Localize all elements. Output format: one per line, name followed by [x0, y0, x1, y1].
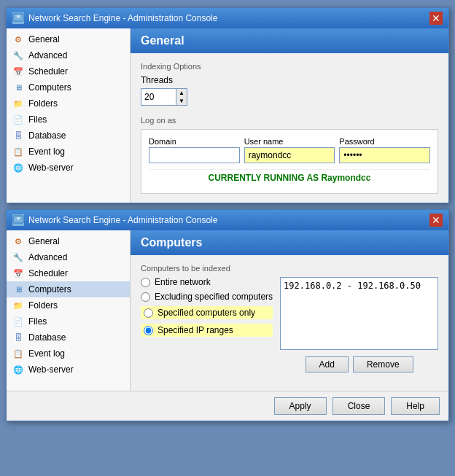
sidebar-item-files[interactable]: 📄 Files: [7, 112, 130, 128]
sidebar-item-general[interactable]: ⚙ General: [7, 31, 130, 47]
threads-input[interactable]: [141, 88, 176, 106]
window-title: Network Search Engine - Administration C…: [28, 13, 217, 23]
password-field: Password: [339, 137, 430, 163]
spinner-down[interactable]: ▼: [176, 97, 187, 105]
scheduler-icon: 📅: [12, 66, 24, 77]
radio-options: Entire network Excluding specified compu…: [141, 277, 273, 372]
eventlog-icon: 📋: [12, 146, 24, 157]
scheduler2-icon: 📅: [12, 268, 24, 279]
svg-rect-1: [15, 22, 21, 23]
radio-specified-only[interactable]: Specified computers only: [141, 306, 273, 319]
titlebar-title-computers: Network Search Engine - Administration C…: [12, 214, 217, 226]
password-label: Password: [339, 137, 430, 146]
window-general: Network Search Engine - Administration C…: [6, 7, 449, 203]
app-icon-2: [12, 214, 24, 226]
files-icon: 📄: [12, 114, 24, 125]
sidebar2-item-folders[interactable]: 📁 Folders: [7, 297, 130, 313]
content-general: General Indexing Options Threads ▲ ▼ Log…: [131, 28, 448, 203]
sidebar2-item-eventlog[interactable]: 📋 Event log: [7, 346, 130, 362]
content-body-computers: Computers to be indexed Entire network E…: [131, 255, 448, 381]
webserver2-icon: 🌐: [12, 364, 24, 375]
logon-label: Log on as: [141, 116, 438, 125]
computers-subtitle: Computers to be indexed: [141, 264, 438, 273]
sidebar-computers: ⚙ General 🔧 Advanced 📅 Scheduler 🖥 Compu…: [7, 230, 131, 391]
password-input[interactable]: [339, 147, 430, 163]
sidebar-item-eventlog[interactable]: 📋 Event log: [7, 144, 130, 160]
computers-icon: 🖥: [12, 82, 24, 93]
computers-layout: Entire network Excluding specified compu…: [141, 277, 438, 372]
general-icon: ⚙: [12, 34, 24, 45]
svg-rect-2: [17, 15, 20, 17]
help-button[interactable]: Help: [391, 397, 440, 415]
folders-icon: 📁: [12, 98, 24, 109]
window-title-2: Network Search Engine - Administration C…: [28, 215, 217, 225]
logon-section: Domain User name Password CURRENTLY RUNN…: [141, 129, 438, 194]
radio-excluding-label: Excluding specified computers: [155, 292, 273, 302]
general2-icon: ⚙: [12, 235, 24, 247]
window2-button-bar: Apply Close Help: [7, 391, 448, 421]
advanced2-icon: 🔧: [12, 251, 24, 263]
database-icon: 🗄: [12, 130, 24, 141]
radio-specified-ranges[interactable]: Specified IP ranges: [141, 324, 273, 337]
radio-specified-only-label: Specified computers only: [158, 308, 255, 318]
close-button-w1[interactable]: ✕: [429, 12, 443, 25]
window-computers: Network Search Engine - Administration C…: [6, 209, 449, 421]
page-title-general: General: [131, 28, 448, 53]
threads-spinner[interactable]: ▲ ▼: [141, 88, 438, 106]
sidebar-item-webserver[interactable]: 🌐 Web-server: [7, 160, 130, 176]
window-body-computers: ⚙ General 🔧 Advanced 📅 Scheduler 🖥 Compu…: [7, 230, 448, 391]
domain-label: Domain: [149, 137, 240, 146]
ip-list[interactable]: 192.168.0.2 - 192.168.0.50: [280, 277, 438, 350]
sidebar2-item-scheduler[interactable]: 📅 Scheduler: [7, 265, 130, 281]
page-title-computers: Computers: [131, 230, 448, 255]
sidebar2-item-files[interactable]: 📄 Files: [7, 313, 130, 329]
content-body-general: Indexing Options Threads ▲ ▼ Log on as: [131, 53, 448, 203]
radio-entire-network[interactable]: Entire network: [141, 277, 273, 287]
folders2-icon: 📁: [12, 300, 24, 311]
spinner-buttons: ▲ ▼: [176, 88, 187, 106]
add-button[interactable]: Add: [306, 356, 349, 372]
sidebar2-item-advanced[interactable]: 🔧 Advanced: [7, 249, 130, 265]
database2-icon: 🗄: [12, 332, 24, 343]
sidebar2-item-database[interactable]: 🗄 Database: [7, 329, 130, 346]
titlebar-computers: Network Search Engine - Administration C…: [7, 210, 448, 230]
username-input[interactable]: [244, 147, 335, 163]
username-label: User name: [244, 137, 335, 146]
radio-specified-ranges-label: Specified IP ranges: [158, 325, 233, 335]
files2-icon: 📄: [12, 316, 24, 327]
running-as-text: CURRENTLY RUNNING AS Raymondcc: [149, 169, 430, 186]
sidebar-item-computers[interactable]: 🖥 Computers: [7, 79, 130, 95]
remove-button[interactable]: Remove: [353, 356, 413, 372]
sidebar2-item-computers[interactable]: 🖥 Computers: [7, 281, 130, 297]
titlebar-general: Network Search Engine - Administration C…: [7, 8, 448, 28]
logon-grid: Domain User name Password: [149, 137, 430, 163]
ip-list-section: 192.168.0.2 - 192.168.0.50 Add Remove: [280, 277, 438, 372]
domain-input[interactable]: [149, 147, 240, 163]
close-button-footer[interactable]: Close: [332, 397, 386, 415]
apply-button[interactable]: Apply: [274, 397, 327, 415]
indexing-options-label: Indexing Options: [141, 62, 438, 71]
svg-rect-5: [17, 217, 20, 219]
eventlog2-icon: 📋: [12, 348, 24, 359]
advanced-icon: 🔧: [12, 50, 24, 61]
window-body-general: ⚙ General 🔧 Advanced 📅 Scheduler 🖥 Compu…: [7, 28, 448, 203]
computers2-icon: 🖥: [12, 284, 24, 295]
sidebar-general: ⚙ General 🔧 Advanced 📅 Scheduler 🖥 Compu…: [7, 28, 131, 203]
sidebar2-item-general[interactable]: ⚙ General: [7, 233, 130, 249]
sidebar-item-folders[interactable]: 📁 Folders: [7, 95, 130, 112]
threads-label: Threads: [141, 75, 438, 85]
sidebar-item-database[interactable]: 🗄 Database: [7, 128, 130, 144]
titlebar-title-general: Network Search Engine - Administration C…: [12, 12, 217, 24]
spinner-up[interactable]: ▲: [176, 89, 187, 97]
sidebar-item-scheduler[interactable]: 📅 Scheduler: [7, 63, 130, 79]
sidebar2-item-webserver[interactable]: 🌐 Web-server: [7, 362, 130, 378]
radio-entire-label: Entire network: [155, 277, 211, 287]
close-button-w2[interactable]: ✕: [429, 214, 443, 227]
radio-excluding[interactable]: Excluding specified computers: [141, 292, 273, 302]
list-action-buttons: Add Remove: [280, 356, 438, 372]
domain-field: Domain: [149, 137, 240, 163]
sidebar-item-advanced[interactable]: 🔧 Advanced: [7, 47, 130, 63]
username-field: User name: [244, 137, 335, 163]
app-icon: [12, 12, 24, 24]
content-computers: Computers Computers to be indexed Entire…: [131, 230, 448, 391]
